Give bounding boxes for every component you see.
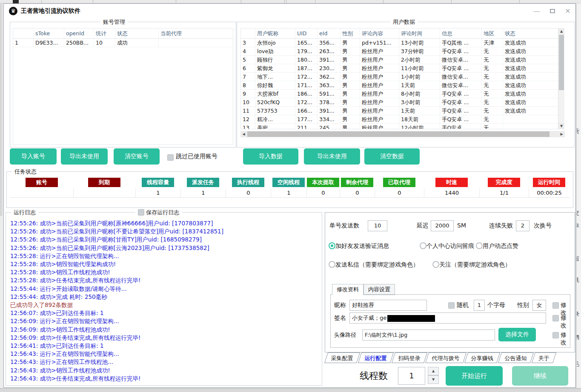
thread-count-input[interactable]: 1 [398, 367, 425, 385]
bottom-tab-2[interactable]: 运行配置 [358, 352, 394, 363]
cell: 紫御龙 [255, 64, 295, 72]
minimize-icon[interactable]: — [531, 6, 542, 16]
header-cell: 统计 [94, 28, 115, 38]
nickname-input[interactable]: 好鞋推荐 [349, 300, 427, 311]
bottom-tab-7[interactable]: 关于 [532, 352, 556, 363]
user-row[interactable]: 4love劢179...263...男粉丝用户37分钟前手Q安卓 ...无发送成… [241, 47, 558, 56]
send-count-input[interactable]: 10 [368, 220, 387, 231]
user-row[interactable]: 7地下...172...362...男粉丝用户1小时前微信安卓...无发送成功 [241, 73, 558, 81]
stepper-down-icon[interactable]: ▼ [428, 375, 439, 384]
cell: 13 [241, 124, 255, 129]
bottom-tab-3[interactable]: 扫码登录 [392, 352, 427, 363]
radio-selected-icon[interactable] [329, 242, 335, 249]
log-line: 12:56:43: 运行>正在销毁智能代理架构... [10, 350, 318, 358]
delay-input[interactable]: 2000 [431, 220, 454, 231]
cell: 6 [241, 64, 255, 72]
export-unused-accounts-button[interactable]: 导出未使用 [61, 148, 108, 165]
stat-value: 0 [340, 188, 375, 198]
mode-radio-2[interactable]: 个人中心访问留痕 [420, 241, 474, 250]
save-log-checkbox[interactable] [138, 209, 144, 216]
user-row[interactable]: 11573753166...391...男粉丝用户1天前手Q安卓 ...无发送成… [241, 107, 558, 115]
log-output[interactable]: 12:55:26: 成功>当前已采集到用户昵称[原神66666]用户uid: [… [10, 219, 318, 383]
bottom-tab-1[interactable]: 采集配置 [324, 352, 360, 363]
cell: 520cfKQ [255, 98, 295, 106]
radio-icon[interactable] [420, 242, 426, 249]
header-cell: openId [64, 28, 94, 38]
stat-7: 本次提取0 [306, 178, 340, 198]
user-row[interactable]: 8你好魏171...363...男粉丝用户1天前微信安卓...无发送成功 [241, 81, 558, 90]
mode-radio-5[interactable]: 关注（需要绑定游戏角色） [432, 260, 511, 269]
titlebar[interactable]: ♛ 王者营地引流协议软件 — ✕ [4, 4, 575, 18]
maximize-icon[interactable] [547, 6, 558, 16]
cell: 187... [295, 64, 318, 72]
scroll-right-icon[interactable]: ▶ [558, 131, 565, 137]
user-row[interactable]: 13美密211245男粉丝用户12小时前手Q安卓无 [241, 124, 558, 129]
choose-file-button[interactable]: 选择文件 [498, 328, 536, 341]
user-table-vertical-scrollbar[interactable]: ▲ ▼ [558, 28, 564, 129]
signature-input[interactable]: 小女子威；ge [349, 312, 546, 324]
user-row[interactable]: 6紫御龙187...230...男粉丝用户11小时前手Q安卓 ...无发送成功 [241, 64, 558, 73]
modify-nickname-checkbox[interactable] [552, 301, 559, 309]
modify-signature-checkbox[interactable] [552, 314, 559, 322]
scroll-down-icon[interactable]: ▼ [558, 123, 564, 129]
horizontal-scroll-thumb[interactable] [247, 131, 550, 137]
cell: 230... [318, 64, 341, 72]
close-icon[interactable]: ✕ [562, 6, 573, 16]
user-row[interactable]: 9大捞家bf186...591...男粉丝用户8小时前手Q安卓 ...无发送成功 [241, 90, 558, 98]
import-data-button[interactable]: 导入数据 [243, 148, 298, 165]
cell: 大捞家bf [255, 90, 295, 98]
mode-radio-4[interactable]: 发送私信（需要绑定游戏角色） [329, 260, 419, 269]
mode-radio-3[interactable]: 用户动态点赞 [476, 241, 518, 250]
bottom-tab-5[interactable]: 分享赚钱 [464, 352, 500, 363]
mode-radio-1[interactable]: 加好友发送验证消息 [329, 241, 389, 250]
cell: 11小时前 [399, 64, 440, 72]
user-panel-title: 用户数据 [390, 18, 418, 26]
delay-label: 延迟 [417, 222, 429, 230]
background-window-top-strip [0, 0, 581, 3]
letters-label: 个字母 [487, 301, 505, 309]
account-row[interactable]: 1D9E33...250BB...10成功 [13, 39, 233, 47]
radio-icon[interactable] [329, 261, 335, 268]
background-glyph-fragment: 幸 [577, 222, 581, 229]
cell: 发送成功 [503, 64, 558, 72]
radio-icon[interactable] [432, 261, 439, 268]
scroll-up-icon[interactable]: ▲ [558, 28, 564, 34]
bottom-tab-6[interactable]: 公告通知 [498, 352, 534, 363]
start-run-button[interactable]: 开始运行 [446, 366, 503, 386]
bottom-tab-4[interactable]: 代理与拨号 [425, 352, 467, 363]
user-table-horizontal-scrollbar[interactable]: ◀ ▶ [240, 131, 565, 137]
user-row[interactable]: 12糕冷...177...334...男粉丝用户18天前手Q安卓 ...无 [241, 115, 558, 124]
scroll-left-icon[interactable]: ◀ [240, 131, 247, 137]
user-row[interactable]: 10520cfKQ172...378...男粉丝用户3小时前手Q安卓 ...无发… [241, 98, 558, 107]
random-checkbox[interactable] [448, 301, 455, 309]
user-row[interactable]: 5顾独行180...391...男粉丝用户2小时前微信安卓...无发送成功 [241, 56, 558, 64]
import-accounts-button[interactable]: 导入账号 [10, 148, 57, 165]
stat-badge: 派发任务 [187, 178, 219, 187]
export-unused-data-button[interactable]: 导出未使用 [304, 148, 360, 165]
log-line: 12:55:28: 成功>销毁智能代理架构成功! [10, 260, 318, 268]
stat-badge: 运行时间 [533, 178, 565, 187]
cell: 手Q安卓 [440, 124, 482, 129]
tab-modify-profile[interactable]: 修改资料 [332, 284, 363, 295]
stepper-up-icon[interactable]: ▲ [428, 367, 439, 375]
log-line: 12:55:44: 运行>开始读取数据/请耐心等待... [10, 285, 318, 293]
clear-accounts-button[interactable]: 清空账号 [114, 148, 160, 165]
cell: 男 [341, 73, 360, 81]
vertical-scroll-thumb[interactable] [559, 35, 564, 90]
header-cell: 用户昵称 [255, 28, 295, 38]
tab-content-settings[interactable]: 内容设置 [363, 284, 395, 295]
radio-icon[interactable] [476, 242, 483, 249]
fail-count-input[interactable]: 2 [516, 220, 529, 231]
continue-button[interactable]: 继续 [512, 366, 568, 386]
log-line: 12:56:43: 成功>销毁工作线程池成功! [10, 366, 318, 375]
cell: 手Q安卓 ... [440, 115, 482, 123]
skip-used-checkbox[interactable] [167, 153, 174, 161]
avatar-path-input[interactable]: F:\临时文件\1.jpg [362, 330, 495, 341]
cell: 591... [318, 90, 341, 98]
gender-input[interactable]: 女 [532, 300, 546, 311]
user-row[interactable]: 3永恒ojo165...356...男pd+v151...13小时前手Q其他 .… [241, 39, 558, 47]
clear-data-button[interactable]: 清空数据 [364, 148, 420, 165]
modify-avatar-checkbox[interactable] [552, 331, 559, 339]
cell [503, 124, 558, 129]
random-count-input[interactable]: 1 [474, 300, 485, 311]
